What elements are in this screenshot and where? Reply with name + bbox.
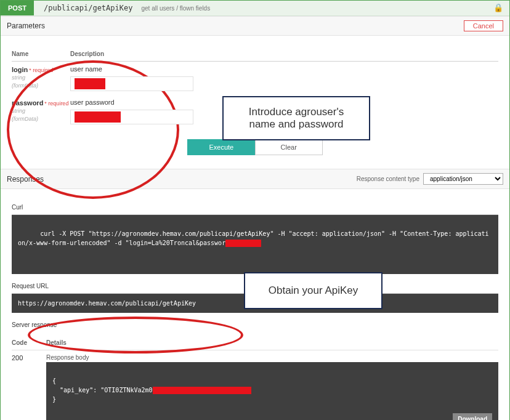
login-input[interactable]: [70, 76, 193, 91]
redacted-block: [153, 387, 251, 394]
response-body-pre: { "api_key": "OTI0ZTNkVa2m0: [52, 378, 153, 394]
server-response-label: Server response: [12, 318, 498, 332]
callout-intro: Introduce agrouser's name and password: [222, 96, 370, 140]
param-type: string: [12, 107, 70, 115]
password-input[interactable]: [70, 110, 193, 124]
content-type-label: Response content type: [357, 176, 419, 182]
param-desc: user name: [70, 65, 498, 73]
param-in: (formData): [12, 82, 70, 90]
responses-section-header: Responses Response content type applicat…: [1, 169, 509, 189]
required-star: * required: [44, 100, 68, 107]
required-star: * required: [29, 67, 53, 73]
endpoint-summary: get all users / flown fields: [141, 5, 210, 12]
lock-icon[interactable]: 🔒: [493, 3, 503, 12]
col-code: Code: [12, 336, 46, 350]
server-code: 200: [12, 350, 46, 421]
col-name: Name: [12, 47, 70, 62]
response-body-post: }: [52, 396, 56, 403]
param-type: string: [12, 74, 70, 82]
response-body-label: Response body: [46, 354, 498, 361]
responses-title: Responses: [7, 175, 44, 184]
content-type-select[interactable]: application/json: [423, 173, 503, 185]
response-body-box[interactable]: { "api_key": "OTI0ZTNkVa2m0 } Download: [46, 362, 498, 420]
col-details: Details: [46, 336, 498, 350]
parameters-title: Parameters: [7, 22, 45, 30]
redacted-block: [75, 111, 121, 123]
redacted-block: [75, 78, 105, 89]
method-badge: POST: [1, 1, 34, 15]
clear-button[interactable]: Clear: [255, 139, 323, 155]
param-name: password: [12, 99, 43, 107]
endpoint-path: /publicapi/getApiKey: [38, 1, 139, 15]
param-name: login: [12, 66, 28, 73]
curl-box[interactable]: curl -X POST "https://agronomdev.hemav.c…: [12, 215, 498, 274]
param-in: (formData): [12, 115, 70, 123]
execute-button[interactable]: Execute: [187, 139, 255, 155]
callout-apikey: Obtain your ApiKey: [244, 272, 382, 309]
operation-header[interactable]: POST /publicapi/getApiKey get all users …: [1, 1, 509, 16]
curl-label: Curl: [12, 200, 498, 215]
download-button[interactable]: Download: [453, 413, 492, 420]
cancel-button[interactable]: Cancel: [464, 20, 503, 31]
col-description: Description: [70, 47, 498, 62]
redacted-block: [225, 240, 261, 247]
parameters-section-header: Parameters Cancel: [1, 16, 509, 36]
